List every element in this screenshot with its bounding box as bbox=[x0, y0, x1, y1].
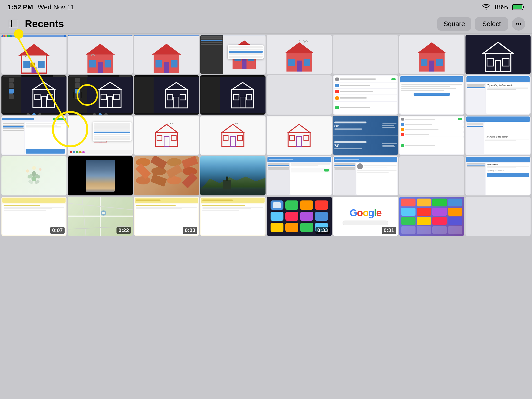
svg-point-92 bbox=[32, 166, 36, 170]
photo-item[interactable] bbox=[267, 156, 332, 196]
svg-rect-71 bbox=[157, 135, 162, 140]
photo-item[interactable] bbox=[333, 75, 398, 114]
photo-item[interactable] bbox=[134, 116, 199, 155]
google-logo: Google bbox=[349, 207, 381, 219]
svg-rect-49 bbox=[101, 94, 107, 100]
photo-item[interactable] bbox=[200, 116, 265, 155]
svg-rect-8 bbox=[23, 61, 30, 68]
more-button[interactable]: ••• bbox=[512, 17, 525, 31]
svg-rect-78 bbox=[230, 137, 235, 146]
photo-item[interactable] bbox=[333, 156, 398, 196]
photo-item[interactable] bbox=[134, 35, 199, 74]
photo-item[interactable] bbox=[267, 35, 332, 74]
svg-rect-48 bbox=[99, 89, 121, 108]
svg-rect-44 bbox=[35, 94, 40, 100]
photo-item[interactable] bbox=[399, 156, 464, 196]
photo-item[interactable] bbox=[200, 75, 265, 114]
sidebar-icon-inphoto bbox=[74, 92, 81, 98]
svg-rect-34 bbox=[421, 59, 427, 66]
svg-rect-2 bbox=[513, 5, 522, 9]
photo-item[interactable] bbox=[68, 156, 133, 196]
duration-badge: 0:33 bbox=[316, 227, 330, 234]
svg-rect-50 bbox=[114, 94, 119, 100]
svg-rect-20 bbox=[171, 60, 178, 67]
photo-item[interactable] bbox=[68, 116, 133, 155]
time-display: 1:52 PM bbox=[8, 3, 33, 11]
photo-item[interactable] bbox=[267, 75, 332, 114]
svg-rect-82 bbox=[304, 135, 309, 140]
svg-rect-41 bbox=[495, 61, 500, 71]
photo-item[interactable] bbox=[1, 116, 66, 155]
photo-item[interactable]: 0:07 bbox=[1, 197, 66, 236]
svg-rect-19 bbox=[155, 60, 162, 67]
photo-item[interactable] bbox=[1, 75, 66, 114]
svg-rect-80 bbox=[288, 133, 310, 146]
photo-item-highlighted[interactable] bbox=[68, 75, 133, 114]
square-button[interactable]: Square bbox=[437, 17, 471, 31]
svg-marker-42 bbox=[33, 82, 55, 89]
svg-point-84 bbox=[32, 177, 37, 182]
svg-rect-43 bbox=[33, 89, 55, 108]
photo-item[interactable] bbox=[200, 197, 265, 236]
svg-rect-70 bbox=[155, 133, 177, 146]
photo-item[interactable] bbox=[399, 116, 464, 155]
svg-rect-75 bbox=[222, 133, 244, 146]
svg-rect-30 bbox=[304, 59, 310, 66]
photo-item[interactable]: Try writing in the search bbox=[466, 116, 531, 155]
photo-item[interactable]: 0:03 bbox=[134, 197, 199, 236]
svg-rect-58 bbox=[174, 97, 179, 108]
photo-item[interactable] bbox=[200, 156, 265, 196]
svg-rect-57 bbox=[180, 94, 185, 100]
svg-point-91 bbox=[39, 168, 41, 171]
svg-marker-17 bbox=[152, 44, 181, 55]
photo-item[interactable] bbox=[399, 75, 464, 114]
svg-marker-32 bbox=[417, 42, 446, 53]
photo-item[interactable] bbox=[333, 35, 398, 74]
svg-rect-76 bbox=[223, 135, 228, 140]
svg-rect-16 bbox=[98, 62, 103, 73]
svg-rect-1 bbox=[523, 6, 524, 8]
duration-badge: 0:07 bbox=[50, 227, 65, 234]
svg-rect-73 bbox=[164, 137, 169, 146]
photo-item[interactable] bbox=[1, 35, 66, 74]
svg-rect-14 bbox=[89, 60, 96, 67]
photo-item[interactable]: 80° 78° bbox=[333, 116, 398, 155]
svg-marker-79 bbox=[288, 124, 310, 133]
photo-item[interactable]: Try Scribble Try writing in the search bbox=[466, 156, 531, 196]
photo-item[interactable] bbox=[200, 35, 265, 74]
svg-rect-35 bbox=[436, 59, 443, 66]
page-title: Recents bbox=[25, 18, 64, 30]
svg-marker-54 bbox=[165, 82, 187, 89]
svg-rect-36 bbox=[429, 61, 434, 71]
svg-rect-9 bbox=[30, 63, 35, 67]
svg-rect-56 bbox=[167, 94, 173, 100]
svg-rect-62 bbox=[246, 94, 252, 100]
photo-item[interactable] bbox=[399, 35, 464, 74]
sidebar-toggle-button[interactable] bbox=[7, 18, 20, 30]
photo-item[interactable] bbox=[134, 156, 199, 196]
photo-item[interactable]: Try writing in the search bbox=[466, 75, 531, 114]
svg-marker-74 bbox=[222, 124, 244, 133]
duration-badge: 0:31 bbox=[382, 227, 396, 234]
photo-item[interactable]: 0:22 bbox=[68, 197, 133, 236]
photo-item[interactable]: 0:33 bbox=[267, 197, 332, 236]
photo-item[interactable] bbox=[399, 197, 464, 236]
photo-item[interactable] bbox=[134, 75, 199, 114]
photo-item[interactable] bbox=[68, 35, 133, 74]
svg-rect-11 bbox=[32, 67, 37, 73]
svg-marker-69 bbox=[155, 124, 177, 133]
photo-item[interactable] bbox=[267, 116, 332, 155]
svg-point-90 bbox=[26, 170, 29, 173]
svg-rect-81 bbox=[289, 135, 294, 140]
svg-rect-15 bbox=[105, 60, 111, 67]
photo-item[interactable] bbox=[1, 156, 66, 196]
svg-marker-7 bbox=[20, 45, 48, 56]
select-button[interactable]: Select bbox=[475, 17, 508, 31]
photo-item[interactable]: Google 0:31 bbox=[333, 197, 398, 236]
photo-item[interactable] bbox=[466, 197, 531, 236]
svg-rect-77 bbox=[238, 135, 243, 140]
photo-item[interactable] bbox=[466, 35, 531, 74]
svg-marker-37 bbox=[483, 42, 513, 53]
svg-rect-39 bbox=[487, 59, 494, 66]
svg-marker-47 bbox=[99, 82, 121, 89]
